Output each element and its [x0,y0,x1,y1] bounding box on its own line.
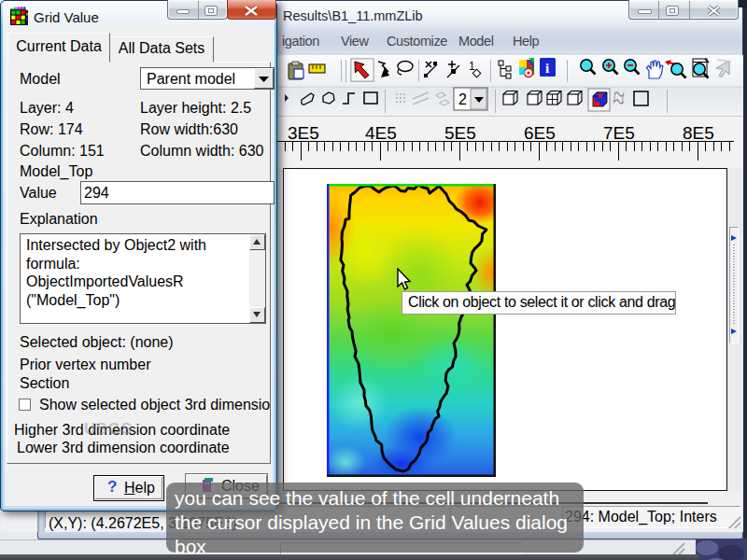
svg-text:1: 1 [469,60,475,73]
svg-text:i: i [545,61,549,76]
svg-text:2: 2 [458,91,467,107]
